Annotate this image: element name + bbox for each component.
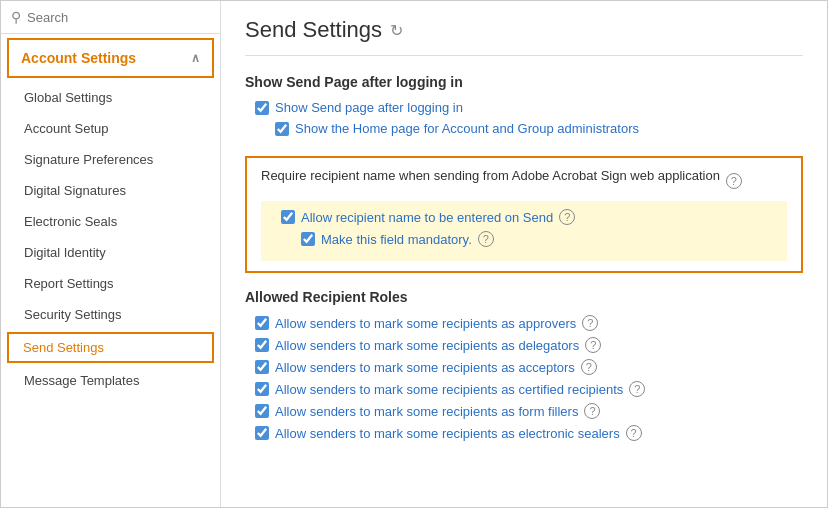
- show-send-page-title: Show Send Page after logging in: [245, 74, 803, 90]
- form-fillers-help-icon[interactable]: ?: [584, 403, 600, 419]
- certified-help-icon[interactable]: ?: [629, 381, 645, 397]
- checkbox-delegators-label: Allow senders to mark some recipients as…: [275, 338, 579, 353]
- checkbox-electronic-sealers-label: Allow senders to mark some recipients as…: [275, 426, 620, 441]
- acceptors-help-icon[interactable]: ?: [581, 359, 597, 375]
- sidebar-item-send-settings[interactable]: Send Settings: [7, 332, 214, 363]
- search-icon: ⚲: [11, 9, 21, 25]
- account-settings-nav[interactable]: Account Settings ∧: [7, 38, 214, 78]
- require-recipient-section: Require recipient name when sending from…: [245, 156, 803, 273]
- account-settings-label: Account Settings: [21, 50, 136, 66]
- sidebar-item-signature-preferences[interactable]: Signature Preferences: [1, 144, 220, 175]
- sidebar-item-message-templates[interactable]: Message Templates: [1, 365, 220, 396]
- checkbox-show-send-label: Show Send page after logging in: [275, 100, 463, 115]
- checkbox-row-home-page: Show the Home page for Account and Group…: [275, 121, 803, 136]
- checkbox-certified[interactable]: [255, 382, 269, 396]
- checkbox-certified-label: Allow senders to mark some recipients as…: [275, 382, 623, 397]
- delegators-help-icon[interactable]: ?: [585, 337, 601, 353]
- checkbox-electronic-sealers[interactable]: [255, 426, 269, 440]
- checkbox-home-page-label: Show the Home page for Account and Group…: [295, 121, 639, 136]
- app-container: ⚲ Account Settings ∧ Global Settings Acc…: [1, 1, 827, 507]
- electronic-sealers-help-icon[interactable]: ?: [626, 425, 642, 441]
- checkbox-show-send[interactable]: [255, 101, 269, 115]
- checkbox-mandatory[interactable]: [301, 232, 315, 246]
- sidebar-item-account-setup[interactable]: Account Setup: [1, 113, 220, 144]
- checkbox-approvers[interactable]: [255, 316, 269, 330]
- page-title-text: Send Settings: [245, 17, 382, 43]
- search-bar: ⚲: [1, 1, 220, 34]
- checkbox-row-approvers: Allow senders to mark some recipients as…: [255, 315, 803, 331]
- nav-section: Account Settings ∧ Global Settings Accou…: [1, 34, 220, 396]
- search-input[interactable]: [27, 10, 210, 25]
- approvers-help-icon[interactable]: ?: [582, 315, 598, 331]
- show-send-page-section: Show Send Page after logging in Show Sen…: [245, 74, 803, 136]
- checkbox-allow-name-label: Allow recipient name to be entered on Se…: [301, 210, 553, 225]
- sidebar-item-electronic-seals[interactable]: Electronic Seals: [1, 206, 220, 237]
- chevron-up-icon: ∧: [191, 51, 200, 65]
- checkbox-acceptors[interactable]: [255, 360, 269, 374]
- allowed-roles-section: Allowed Recipient Roles Allow senders to…: [245, 289, 803, 441]
- checkbox-delegators[interactable]: [255, 338, 269, 352]
- checkbox-form-fillers[interactable]: [255, 404, 269, 418]
- mandatory-help-icon[interactable]: ?: [478, 231, 494, 247]
- page-title-bar: Send Settings ↻: [245, 17, 803, 56]
- checkbox-row-electronic-sealers: Allow senders to mark some recipients as…: [255, 425, 803, 441]
- sidebar-item-report-settings[interactable]: Report Settings: [1, 268, 220, 299]
- refresh-icon[interactable]: ↻: [390, 21, 403, 40]
- checkbox-mandatory-label: Make this field mandatory.: [321, 232, 472, 247]
- require-recipient-help-icon[interactable]: ?: [726, 173, 742, 189]
- nav-sub-items: Global Settings Account Setup Signature …: [1, 82, 220, 396]
- checkbox-home-page[interactable]: [275, 122, 289, 136]
- sidebar-item-global-settings[interactable]: Global Settings: [1, 82, 220, 113]
- checkbox-allow-name[interactable]: [281, 210, 295, 224]
- checkbox-row-show-send: Show Send page after logging in: [255, 100, 803, 115]
- require-recipient-title: Require recipient name when sending from…: [261, 168, 720, 183]
- checkbox-row-certified: Allow senders to mark some recipients as…: [255, 381, 803, 397]
- allowed-roles-title: Allowed Recipient Roles: [245, 289, 803, 305]
- checkbox-row-acceptors: Allow senders to mark some recipients as…: [255, 359, 803, 375]
- main-content: Send Settings ↻ Show Send Page after log…: [221, 1, 827, 507]
- checkbox-form-fillers-label: Allow senders to mark some recipients as…: [275, 404, 578, 419]
- checkbox-approvers-label: Allow senders to mark some recipients as…: [275, 316, 576, 331]
- checkbox-row-delegators: Allow senders to mark some recipients as…: [255, 337, 803, 353]
- checkbox-row-mandatory: Make this field mandatory. ?: [301, 231, 777, 247]
- checkbox-acceptors-label: Allow senders to mark some recipients as…: [275, 360, 575, 375]
- sidebar-item-digital-signatures[interactable]: Digital Signatures: [1, 175, 220, 206]
- checkbox-row-allow-name: Allow recipient name to be entered on Se…: [281, 209, 777, 225]
- yellow-bg-section: Allow recipient name to be entered on Se…: [261, 201, 787, 261]
- checkbox-row-form-fillers: Allow senders to mark some recipients as…: [255, 403, 803, 419]
- sidebar-item-security-settings[interactable]: Security Settings: [1, 299, 220, 330]
- allow-name-help-icon[interactable]: ?: [559, 209, 575, 225]
- sidebar: ⚲ Account Settings ∧ Global Settings Acc…: [1, 1, 221, 507]
- sidebar-item-digital-identity[interactable]: Digital Identity: [1, 237, 220, 268]
